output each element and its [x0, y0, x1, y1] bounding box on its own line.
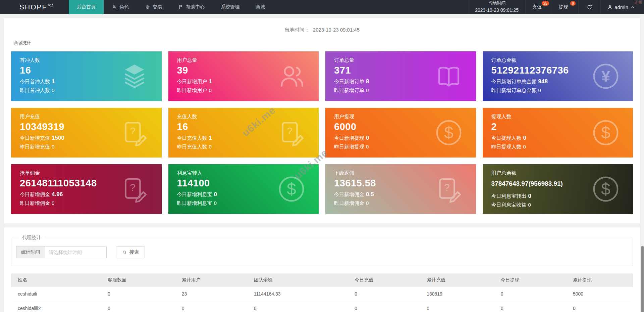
stat-time-input[interactable] [45, 246, 107, 258]
menu-item-4[interactable]: 帮助中心 [170, 0, 213, 14]
card-yesterday-label: 昨日新增订单 [334, 87, 364, 93]
logo-text: SHOPF [19, 3, 47, 11]
stat-card-6: 充值人数16今日充值人数1昨日充值人数0? [168, 108, 319, 158]
agent-name-cell: ceshidaili [11, 287, 104, 301]
user-icon [607, 5, 612, 10]
card-today-value: 1500 [52, 135, 64, 141]
scrollbar-thumb[interactable] [641, 246, 644, 312]
svg-text:?: ? [287, 125, 292, 136]
agent-table: 姓名客服数量累计用户团队余额今日充值累计充值今日提现累计提现ceshidaili… [11, 273, 633, 312]
card-yesterday-label: 昨日新增佣金 [20, 200, 50, 206]
card-today-value: 1 [52, 78, 55, 85]
card-yesterday-label: 昨日新增佣金 [334, 200, 364, 206]
menu-item-label: 商城 [256, 4, 265, 10]
search-icon [122, 250, 127, 255]
table-cell: 0 [423, 301, 497, 312]
card-today-value: 0 [214, 191, 217, 197]
card-today-value: 1 [209, 135, 212, 141]
top-navbar: SHOPFV16 后台首页角色交易帮助中心系统管理商城 当地时间 2023-10… [0, 0, 644, 14]
dollar-circle-icon: $ [434, 118, 463, 147]
table-row: ceshidalili20000000 [11, 301, 633, 312]
page-scrollbar[interactable] [641, 14, 644, 312]
card-yesterday-value: 0 [214, 200, 217, 206]
withdraw-label: 提现 [559, 4, 568, 10]
table-cell: 0 [104, 287, 178, 301]
svg-text:$: $ [601, 123, 610, 142]
table-cell: 130819 [423, 287, 497, 301]
app-logo[interactable]: SHOPFV16 [0, 0, 69, 14]
column-header: 姓名 [11, 273, 104, 287]
card-yesterday-value: 0 [366, 87, 369, 93]
navbar-right: 当地时间 2023-10-23 09:01:25 充值 25 提现 0 admi… [468, 0, 644, 14]
card-yesterday-label: 昨日首冲人数 [20, 87, 50, 93]
refresh-button[interactable] [578, 0, 600, 14]
card-today-value: 0 [528, 193, 531, 199]
table-row: ceshidaili02311144164.33013081905000 [11, 287, 633, 301]
table-cell: 0 [178, 301, 251, 312]
stat-time-label: 统计时间 [16, 246, 45, 258]
menu-item-3[interactable]: 交易 [137, 0, 170, 14]
svg-text:$: $ [444, 123, 453, 142]
recharge-badge: 25 [542, 1, 549, 6]
column-header: 客服数量 [104, 273, 178, 287]
stat-card-10: 利息宝转入114100今日新增利息宝0昨日新增利息宝0$ [168, 164, 319, 214]
card-today-value: 8 [366, 78, 369, 85]
menu-item-6[interactable]: 商城 [248, 0, 273, 14]
card-today-label: 今日新增佣金 [20, 191, 50, 197]
menu-item-5[interactable]: 系统管理 [213, 0, 248, 14]
dollar-circle-icon: $ [591, 118, 620, 147]
card-yesterday-value: 0 [209, 144, 212, 149]
card-today-label: 今日提现人数 [491, 135, 522, 141]
card-today-value: 4.96 [52, 191, 63, 197]
search-button[interactable]: 搜索 [116, 246, 145, 258]
document-edit-icon: ? [434, 175, 463, 204]
menu-item-label: 帮助中心 [186, 4, 205, 10]
svg-text:?: ? [444, 182, 450, 193]
dollar-circle-icon: $ [277, 175, 306, 204]
withdraw-button[interactable]: 提现 0 [552, 0, 578, 14]
menu-item-label: 后台首页 [77, 4, 96, 10]
recharge-button[interactable]: 充值 25 [525, 0, 552, 14]
menu-item-2[interactable]: 角色 [104, 0, 137, 14]
card-yesterday-value: 0 [52, 200, 54, 206]
menu-item-1[interactable]: 后台首页 [69, 0, 104, 14]
page-time-value: 2023-10-23 09:01:45 [313, 27, 360, 33]
card-today-value: 1 [209, 78, 212, 85]
person-icon [112, 4, 117, 10]
card-today-label: 今日新增用户 [177, 79, 207, 84]
card-today-label: 今日新增提现 [334, 135, 364, 141]
table-cell: 0 [570, 301, 633, 312]
card-yesterday-value: 0 [366, 144, 369, 149]
card-yesterday-value: 0 [209, 87, 212, 93]
stats-section-title: 商城统计 [14, 40, 633, 46]
card-yesterday-value: 0 [52, 87, 54, 93]
menu-item-label: 角色 [119, 4, 129, 10]
stat-card-2: 用户总量39今日新增用户1昨日新增用户0 [168, 51, 319, 101]
stat-card-5: 用户充值10349319今日新增充值1500昨日新增充值0? [11, 108, 162, 158]
local-time-label: 当地时间 [488, 0, 505, 7]
svg-text:?: ? [130, 125, 136, 136]
svg-text:?: ? [130, 182, 136, 193]
card-today-label: 今日新增佣金 [334, 191, 364, 197]
card-today-label: 今日新增订单总金额 [491, 79, 537, 84]
svg-text:$: $ [287, 180, 296, 198]
column-header: 团队余额 [251, 273, 351, 287]
chevron-up-icon [630, 5, 635, 10]
stat-card-9: 抢单佣金26148111053148今日新增佣金4.96昨日新增佣金0? [11, 164, 162, 214]
table-cell: 0 [251, 301, 351, 312]
agent-stats-box: 代理统计 统计时间 搜索 [11, 235, 633, 266]
svg-text:¥: ¥ [601, 68, 610, 85]
card-yesterday-label: 昨日提现人数 [491, 144, 522, 149]
stat-card-3: 订单总量371今日新增订单8昨日新增订单0 [325, 51, 476, 101]
dollar-circle-icon: $ [591, 175, 620, 204]
refresh-icon [587, 4, 592, 10]
card-yesterday-label: 昨日新增订单总金额 [491, 87, 537, 93]
corner-watermark: 正版 [634, 0, 642, 5]
card-yesterday-label: 昨日新增利息宝 [177, 200, 212, 206]
card-today-value: 0.5 [366, 191, 374, 197]
card-today-label: 今日新增订单 [334, 79, 364, 84]
flag-icon [178, 4, 183, 10]
stat-card-7: 用户提现6000今日新增提现0昨日新增提现0$ [325, 108, 476, 158]
table-cell: 11144164.33 [251, 287, 351, 301]
book-icon [434, 62, 463, 91]
